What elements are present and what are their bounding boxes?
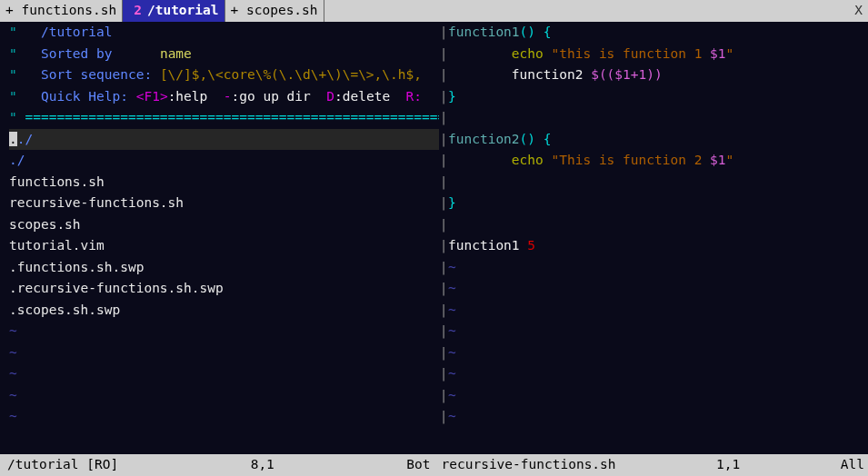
netrw-pane[interactable]: " /tutorial " Sorted by name " Sort sequ… bbox=[0, 22, 439, 454]
file-parent-dir[interactable]: ../ bbox=[9, 129, 439, 151]
tab-number: 2 bbox=[134, 0, 142, 22]
status-right-pos: 1,1 bbox=[713, 454, 743, 476]
empty-line: ~ bbox=[448, 406, 868, 428]
netrw-divider: " ======================================… bbox=[9, 107, 439, 129]
code-line-7: echo "This is function 2 $1" bbox=[448, 150, 868, 172]
code-line-8 bbox=[448, 172, 868, 193]
empty-line: ~ bbox=[9, 342, 439, 364]
workspace: " /tutorial " Sorted by name " Sort sequ… bbox=[0, 22, 868, 454]
file-recursive-functions-sh[interactable]: recursive-functions.sh bbox=[9, 193, 439, 214]
file-scopes-sh[interactable]: scopes.sh bbox=[9, 214, 439, 236]
code-line-1: function1() { bbox=[448, 22, 868, 44]
status-right: recursive-functions.sh 1,1 All bbox=[434, 454, 869, 476]
empty-line: ~ bbox=[448, 363, 868, 385]
code-line-10 bbox=[448, 214, 868, 236]
tab-close[interactable]: X bbox=[849, 0, 868, 22]
status-left-name: /tutorial [RO] bbox=[4, 454, 122, 476]
code-line-2: echo "this is function 1 $1" bbox=[448, 44, 868, 65]
status-left: /tutorial [RO] 8,1 Bot bbox=[0, 454, 434, 476]
empty-line: ~ bbox=[448, 300, 868, 322]
file-scopes-swp[interactable]: .scopes.sh.swp bbox=[9, 300, 439, 322]
tab-bar: + functions.sh 2 /tutorial + scopes.sh X bbox=[0, 0, 868, 22]
vertical-split[interactable]: | | | | | | | | | | | | | | | | | | | bbox=[439, 22, 448, 454]
tab-scopes[interactable]: + scopes.sh bbox=[225, 0, 324, 22]
status-right-name: recursive-functions.sh bbox=[438, 454, 620, 476]
file-tutorial-vim[interactable]: tutorial.vim bbox=[9, 235, 439, 257]
netrw-header-path: " /tutorial bbox=[9, 22, 439, 44]
tab-filler bbox=[324, 0, 850, 22]
code-line-5 bbox=[448, 107, 868, 129]
file-functions-sh[interactable]: functions.sh bbox=[9, 172, 439, 193]
empty-line: ~ bbox=[9, 363, 439, 385]
code-pane[interactable]: function1() { echo "this is function 1 $… bbox=[448, 22, 868, 454]
netrw-quick-help: " Quick Help: <F1>:help -:go up dir D:de… bbox=[9, 86, 439, 108]
empty-line: ~ bbox=[448, 278, 868, 300]
tab-functions[interactable]: + functions.sh bbox=[0, 0, 123, 22]
empty-line: ~ bbox=[448, 385, 868, 407]
tab-tutorial-active[interactable]: 2 /tutorial bbox=[123, 0, 224, 22]
code-line-9: } bbox=[448, 193, 868, 214]
status-left-pos: 8,1 bbox=[247, 454, 278, 476]
status-right-pct: All bbox=[837, 454, 868, 476]
empty-line: ~ bbox=[9, 321, 439, 342]
code-line-3: function2 $(($1+1)) bbox=[448, 64, 868, 86]
empty-line: ~ bbox=[9, 385, 439, 407]
empty-line: ~ bbox=[448, 321, 868, 342]
code-line-6: function2() { bbox=[448, 129, 868, 151]
netrw-sort-sequence: " Sort sequence: [\/]$,\<core\%(\.\d\+\)… bbox=[9, 64, 439, 86]
empty-line: ~ bbox=[448, 342, 868, 364]
code-line-11: function1 5 bbox=[448, 235, 868, 257]
file-current-dir[interactable]: ./ bbox=[9, 150, 439, 172]
code-line-4: } bbox=[448, 86, 868, 108]
netrw-sorted-by: " Sorted by name bbox=[9, 44, 439, 65]
file-functions-swp[interactable]: .functions.sh.swp bbox=[9, 257, 439, 279]
empty-line: ~ bbox=[448, 257, 868, 279]
file-recursive-swp[interactable]: .recursive-functions.sh.swp bbox=[9, 278, 439, 300]
status-bar: /tutorial [RO] 8,1 Bot recursive-functio… bbox=[0, 454, 868, 476]
status-left-pct: Bot bbox=[403, 454, 434, 476]
tab-path: /tutorial bbox=[147, 0, 219, 22]
empty-line: ~ bbox=[9, 406, 439, 428]
